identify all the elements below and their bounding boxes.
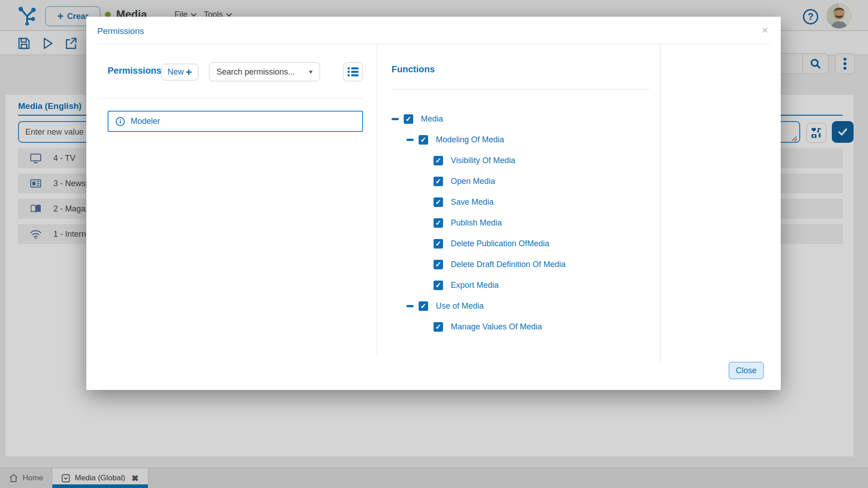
tree-node-label[interactable]: Visibility Of Media [451, 156, 515, 165]
close-button[interactable]: Close [729, 362, 764, 379]
checkbox-checked-icon[interactable]: ✓ [419, 301, 428, 311]
tree-node-label[interactable]: Use of Media [436, 301, 484, 311]
tree-row: ✓Manage Values Of Media [392, 316, 650, 337]
permissions-dialog: Permissions × Permissions New + Search p… [86, 17, 781, 390]
tree-row: ✓Modeling Of Media [392, 129, 650, 150]
collapse-icon[interactable] [406, 139, 414, 141]
checkbox-checked-icon[interactable]: ✓ [434, 156, 443, 165]
tree-node-label[interactable]: Delete Publication OfMedia [451, 239, 549, 249]
checkbox-checked-icon[interactable]: ✓ [434, 260, 443, 269]
screen: + Crear Media File Tools ? [0, 0, 868, 488]
tree-row: ✓Media [392, 108, 650, 129]
dialog-header-divider [97, 44, 770, 44]
tree-node-label[interactable]: Save Media [451, 197, 494, 207]
tree-row: ✓Use of Media [392, 296, 650, 316]
tree-row: ✓Publish Media [392, 212, 650, 233]
tree-node-label[interactable]: Modeling Of Media [436, 135, 504, 145]
tree-node-label[interactable]: Manage Values Of Media [451, 322, 542, 332]
checkbox-checked-icon[interactable]: ✓ [434, 177, 443, 186]
close-icon[interactable]: × [762, 24, 768, 37]
tree-row: ✓Delete Publication OfMedia [392, 233, 650, 254]
list-view-icon[interactable] [343, 62, 363, 81]
tree-node-label[interactable]: Media [421, 114, 443, 124]
checkbox-checked-icon[interactable]: ✓ [404, 114, 413, 124]
pane-divider-right [660, 44, 660, 363]
tree-row: ✓Save Media [392, 192, 650, 212]
new-permission-button[interactable]: New + [161, 64, 198, 80]
permission-item-modeler[interactable]: i Modeler [108, 111, 363, 132]
checkbox-checked-icon[interactable]: ✓ [419, 135, 428, 145]
plus-icon: + [186, 68, 192, 76]
checkbox-checked-icon[interactable]: ✓ [434, 218, 443, 228]
collapse-icon[interactable] [392, 118, 399, 120]
functions-divider [392, 89, 650, 89]
permissions-heading: Permissions [108, 66, 161, 76]
functions-heading: Functions [392, 64, 435, 75]
search-permissions-select[interactable]: Search permissions... ▾ [209, 62, 320, 81]
pane-divider-left [377, 44, 377, 355]
caret-down-icon: ▾ [309, 68, 312, 76]
tree-row: ✓Open Media [392, 171, 650, 192]
collapse-icon[interactable] [406, 305, 414, 307]
tree-node-label[interactable]: Delete Draft Definition Of Media [451, 260, 566, 269]
tree-row: ✓Delete Draft Definition Of Media [392, 254, 650, 275]
tree-row: ✓Visibility Of Media [392, 150, 650, 171]
dialog-title: Permissions [97, 26, 144, 36]
tree-row: ✓Export Media [392, 275, 650, 296]
checkbox-checked-icon[interactable]: ✓ [434, 281, 443, 290]
tree-node-label[interactable]: Publish Media [451, 218, 502, 228]
checkbox-checked-icon[interactable]: ✓ [434, 239, 443, 249]
checkbox-checked-icon[interactable]: ✓ [434, 197, 443, 207]
tree-node-label[interactable]: Export Media [451, 281, 499, 290]
functions-tree: ✓Media✓Modeling Of Media✓Visibility Of M… [392, 108, 650, 337]
tree-node-label[interactable]: Open Media [451, 177, 495, 186]
left-pane-divider [97, 98, 363, 99]
info-icon: i [116, 117, 125, 126]
checkbox-checked-icon[interactable]: ✓ [434, 322, 443, 332]
